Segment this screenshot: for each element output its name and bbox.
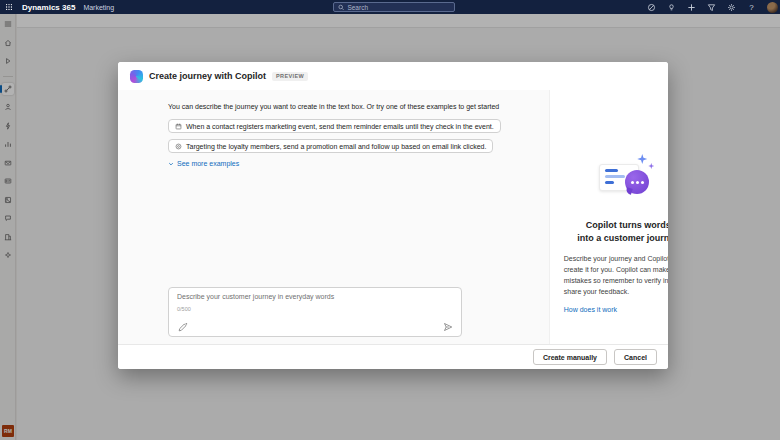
dialog-main-column: You can describe the journey you want to…	[118, 90, 549, 344]
pen-sparkle-icon[interactable]	[177, 321, 188, 332]
dialog-body: You can describe the journey you want to…	[118, 90, 668, 344]
copilot-icon	[130, 70, 143, 83]
preview-badge: PREVIEW	[272, 72, 308, 81]
panel-heading-line2: into a customer journey	[577, 232, 668, 245]
panel-heading-line1: Copilot turns words	[577, 219, 668, 232]
copilot-illustration	[593, 156, 663, 204]
intro-text: You can describe the journey you want to…	[168, 103, 501, 110]
event-icon	[175, 123, 182, 130]
chevron-down-icon	[168, 161, 174, 167]
sparkle-small-icon	[648, 163, 654, 169]
how-does-it-work-link[interactable]: How does it work	[564, 306, 617, 313]
user-avatar[interactable]	[767, 2, 778, 13]
char-counter: 0/500	[177, 306, 453, 312]
brand-title[interactable]: Dynamics 365	[22, 3, 75, 12]
dialog-title: Create journey with Copilot	[149, 71, 266, 81]
top-nav-bar: Dynamics 365 Marketing	[0, 0, 780, 14]
dialog-footer: Create manually Cancel	[118, 344, 668, 369]
circle-slash-icon[interactable]	[647, 3, 656, 12]
create-manually-button[interactable]: Create manually	[533, 349, 607, 365]
waffle-menu-icon[interactable]	[2, 0, 16, 14]
example-chip-1-label: When a contact registers marketing event…	[186, 123, 494, 130]
example-chip-1[interactable]: When a contact registers marketing event…	[168, 119, 501, 133]
topbar-actions: ?	[647, 0, 778, 14]
global-search[interactable]	[333, 2, 455, 12]
search-icon	[338, 4, 344, 11]
screen: Dynamics 365 Marketing	[0, 0, 780, 440]
panel-heading: Copilot turns words into a customer jour…	[577, 219, 668, 244]
sparkle-icon	[637, 154, 647, 164]
journey-description-textarea[interactable]	[177, 293, 453, 304]
create-journey-copilot-dialog: Create journey with Copilot PREVIEW You …	[118, 62, 668, 369]
filter-icon[interactable]	[707, 3, 716, 12]
plus-icon[interactable]	[687, 3, 696, 12]
send-icon[interactable]	[442, 321, 453, 332]
see-more-examples-link[interactable]: See more examples	[168, 160, 239, 167]
search-input[interactable]	[347, 4, 450, 11]
dialog-header: Create journey with Copilot PREVIEW	[118, 62, 668, 90]
gear-icon[interactable]	[727, 3, 736, 12]
example-chip-2-label: Targeting the loyalty members, send a pr…	[186, 143, 486, 150]
help-icon[interactable]: ?	[747, 3, 756, 12]
lightbulb-icon[interactable]	[667, 3, 676, 12]
app-name[interactable]: Marketing	[83, 4, 114, 11]
cancel-button[interactable]: Cancel	[614, 349, 657, 365]
chat-bubble-graphic	[625, 170, 649, 194]
panel-description: Describe your journey and Copilot will c…	[564, 254, 668, 297]
input-actions-row	[177, 321, 453, 332]
see-more-label: See more examples	[177, 160, 239, 167]
journey-description-inputbox[interactable]: 0/500	[168, 287, 462, 337]
target-icon	[175, 143, 182, 150]
copilot-info-panel: Copilot turns words into a customer jour…	[549, 90, 668, 344]
example-chip-2[interactable]: Targeting the loyalty members, send a pr…	[168, 139, 493, 153]
